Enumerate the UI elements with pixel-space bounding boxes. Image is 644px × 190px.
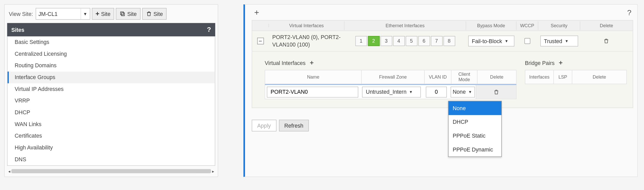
vi-col-delete: Delete <box>477 70 516 84</box>
add-virtual-interface-button[interactable]: + <box>310 59 314 66</box>
copy-icon <box>120 11 126 17</box>
bypass-mode-value: Fail-to-Block <box>472 38 502 44</box>
scroll-thumb[interactable] <box>11 169 211 173</box>
ethernet-port-button[interactable]: 6 <box>418 36 430 46</box>
scroll-right-icon[interactable]: ▸ <box>211 169 215 174</box>
client-mode-value: None <box>453 89 466 95</box>
bypass-mode-select[interactable]: Fail-to-Block ▼ <box>468 36 514 46</box>
vi-summary: PORT2-VLAN0 (0), PORT2-VLAN100 (100) <box>271 33 342 49</box>
add-bridge-pair-button[interactable]: + <box>559 59 563 66</box>
site-select[interactable]: JM-CL1 ▼ <box>36 8 90 20</box>
client-mode-option[interactable]: DHCP <box>448 115 501 129</box>
firewall-zone-select[interactable]: Untrusted_Intern ▼ <box>362 87 421 97</box>
sites-header: Sites ? <box>7 23 215 36</box>
client-mode-select[interactable]: None ▼ <box>451 87 475 97</box>
col-ethernet-interfaces: Ethernet Interfaces <box>344 21 466 30</box>
action-row: Apply Refresh <box>252 120 633 131</box>
col-security: Security <box>538 21 580 30</box>
add-site-label: Site <box>101 11 111 17</box>
chevron-down-icon: ▼ <box>409 90 413 94</box>
horizontal-scrollbar[interactable]: ◂ ▸ <box>7 168 215 174</box>
nav-item[interactable]: Interface Groups <box>7 72 215 83</box>
vlan-id-input[interactable] <box>426 87 447 97</box>
col-expand <box>252 24 269 27</box>
site-select-value: JM-CL1 <box>36 11 80 17</box>
delete-site-label: Site <box>153 11 163 17</box>
delete-site-button[interactable]: Site <box>142 8 167 20</box>
nav-item[interactable]: VRRP <box>7 95 215 107</box>
delete-vi-button[interactable] <box>493 89 499 95</box>
add-group-button[interactable]: + <box>252 8 262 17</box>
expanded-panel: Virtual Interfaces + Name Firewall Zone … <box>252 51 633 108</box>
ethernet-port-button[interactable]: 7 <box>431 36 442 46</box>
wccp-checkbox[interactable] <box>524 38 530 44</box>
nav-list: Basic SettingsCentralized LicensingRouti… <box>7 36 215 166</box>
vi-col-name: Name <box>265 70 362 84</box>
delete-row-button[interactable] <box>603 38 609 44</box>
vi-grid-header: Name Firewall Zone VLAN ID Client Mode D… <box>265 70 517 84</box>
col-virtual-interfaces: Virtual Interfaces <box>269 21 344 30</box>
nav-item[interactable]: Centralized Licensing <box>7 48 215 60</box>
ethernet-port-button[interactable]: 8 <box>443 36 455 46</box>
ethernet-port-button[interactable]: 2 <box>368 36 380 46</box>
help-icon[interactable]: ? <box>625 8 633 17</box>
col-delete: Delete <box>580 21 633 30</box>
scroll-left-icon[interactable]: ◂ <box>7 169 11 174</box>
vi-title-label: Virtual Interfaces <box>265 60 306 66</box>
vi-col-client: Client Mode <box>451 70 477 84</box>
vi-col-zone: Firewall Zone <box>362 70 425 84</box>
trash-icon <box>146 11 152 17</box>
virtual-interfaces-title: Virtual Interfaces + <box>265 59 517 66</box>
client-mode-option[interactable]: None <box>448 101 501 115</box>
clone-site-button[interactable]: Site <box>116 8 140 20</box>
right-panel: + ? Virtual Interfaces Ethernet Interfac… <box>243 4 638 177</box>
ethernet-port-button[interactable]: 4 <box>393 36 405 46</box>
refresh-button[interactable]: Refresh <box>279 120 309 131</box>
sites-header-label: Sites <box>11 27 24 33</box>
vi-row: Untrusted_Intern ▼ None ▼ <box>265 84 517 99</box>
nav-item[interactable]: High Availability <box>7 142 215 154</box>
clone-site-label: Site <box>127 11 137 17</box>
apply-button[interactable]: Apply <box>252 120 276 131</box>
ethernet-port-button[interactable]: 1 <box>355 36 367 46</box>
collapse-toggle[interactable]: − <box>257 38 264 44</box>
client-mode-option[interactable]: PPPoE Dynamic <box>448 142 501 156</box>
bp-grid-header: Interfaces LSP Delete <box>525 70 627 84</box>
chevron-down-icon: ▼ <box>468 90 472 94</box>
nav-item[interactable]: DHCP <box>7 107 215 119</box>
vi-name-input[interactable] <box>267 87 358 97</box>
client-mode-dropdown: NoneDHCPPPPoE StaticPPPoE Dynamic <box>448 101 502 157</box>
ethernet-port-button[interactable]: 3 <box>380 36 392 46</box>
interface-group-row: − PORT2-VLAN0 (0), PORT2-VLAN100 (100) 1… <box>252 31 633 52</box>
col-wccp: WCCP <box>517 21 538 30</box>
view-site-label: View Site: <box>9 11 33 17</box>
nav-item[interactable]: WAN Links <box>7 118 215 130</box>
add-site-button[interactable]: + Site <box>92 8 114 20</box>
bp-col-lsp: LSP <box>554 70 572 84</box>
help-icon[interactable]: ? <box>207 26 211 33</box>
bp-col-delete: Delete <box>572 70 626 84</box>
nav-item[interactable]: DNS <box>7 154 215 165</box>
bridge-pairs-title: Bridge Pairs + <box>525 59 627 66</box>
plus-icon: + <box>95 10 99 17</box>
chevron-down-icon: ▼ <box>565 39 569 43</box>
security-select[interactable]: Trusted ▼ <box>540 36 578 46</box>
bp-title-label: Bridge Pairs <box>525 60 554 66</box>
ethernet-port-bar: 12345678 <box>355 36 455 46</box>
svg-rect-0 <box>122 13 125 16</box>
nav-item[interactable]: Virtual IP Addresses <box>7 83 215 95</box>
nav-item[interactable]: Basic Settings <box>7 36 215 48</box>
client-mode-option[interactable]: PPPoE Static <box>448 129 501 142</box>
bp-col-interfaces: Interfaces <box>525 70 554 84</box>
ethernet-port-button[interactable]: 5 <box>405 36 417 46</box>
firewall-zone-value: Untrusted_Intern <box>366 89 406 95</box>
nav-item[interactable]: Routing Domains <box>7 60 215 72</box>
svg-rect-1 <box>121 12 124 15</box>
chevron-down-icon: ▼ <box>80 8 90 19</box>
vi-col-vlan: VLAN ID <box>425 70 451 84</box>
nav-item[interactable]: Certificates <box>7 130 215 142</box>
grid-header: Virtual Interfaces Ethernet Interfaces B… <box>252 20 633 31</box>
security-value: Trusted <box>544 38 562 44</box>
chevron-down-icon: ▼ <box>504 39 508 43</box>
col-bypass-mode: Bypass Mode <box>466 21 517 30</box>
